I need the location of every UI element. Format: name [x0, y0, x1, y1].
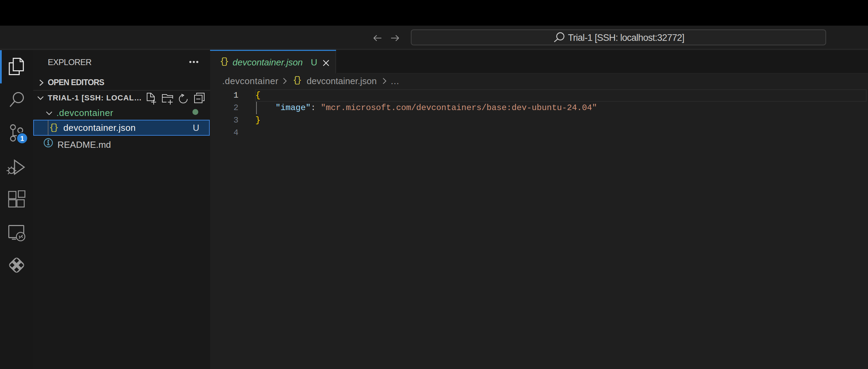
- svg-text:1: 1: [20, 135, 24, 142]
